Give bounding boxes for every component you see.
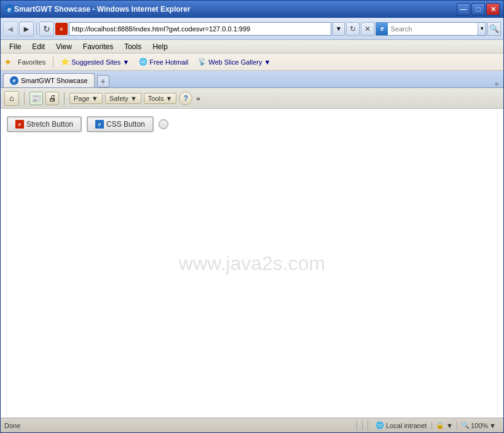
new-tab-button[interactable]: + xyxy=(97,75,109,87)
search-go-button[interactable]: 🔍 xyxy=(487,22,501,36)
security-icon: 🔒 xyxy=(436,421,444,429)
window-title: SmartGWT Showcase - Windows Internet Exp… xyxy=(14,5,457,14)
stretch-button-icon: e xyxy=(15,120,24,129)
main-content: e Stretch Button e CSS Button www.java2s… xyxy=(1,109,503,418)
search-dropdown[interactable]: ▼ xyxy=(478,23,486,35)
safety-label: Safety ▼ xyxy=(109,95,137,102)
status-zoom[interactable]: 🔍 100% ▼ xyxy=(457,421,500,429)
zone-icon: 🌐 xyxy=(376,421,384,429)
address-bar-container: e ▼ xyxy=(55,22,345,36)
help-label: ? xyxy=(184,94,188,103)
maximize-button[interactable]: □ xyxy=(471,3,485,15)
menu-file[interactable]: File xyxy=(4,41,26,52)
status-sep-1 xyxy=(356,421,357,431)
toolbar-row: ⌂ 📰 🖨 Page ▼ Safety ▼ Tools ▼ ? » xyxy=(1,88,503,109)
home-icon: ⌂ xyxy=(9,93,14,103)
page-button[interactable]: Page ▼ xyxy=(69,93,103,104)
print-icon: 🖨 xyxy=(49,93,57,103)
fav-separator-1 xyxy=(53,57,53,68)
css-button-label: CSS Button xyxy=(106,120,145,129)
status-security[interactable]: 🔒 ▼ xyxy=(431,421,457,429)
ie-logo-title: e xyxy=(4,4,14,14)
rss-icon: 📰 xyxy=(31,93,41,103)
close-button[interactable]: ✕ xyxy=(486,3,500,15)
menu-edit[interactable]: Edit xyxy=(27,41,50,52)
status-right: 🌐 Local intranet 🔒 ▼ 🔍 100% ▼ xyxy=(354,421,500,431)
stretch-button[interactable]: e Stretch Button xyxy=(7,116,82,132)
safety-button[interactable]: Safety ▼ xyxy=(105,93,141,104)
window-controls: — □ ✕ xyxy=(457,3,500,15)
live-search-icon: e xyxy=(380,25,384,32)
tab-favicon: e xyxy=(10,76,18,85)
tab-bar: e SmartGWT Showcase + » xyxy=(1,71,503,88)
search-provider-icon: e xyxy=(376,23,388,35)
menu-tools[interactable]: Tools xyxy=(119,41,146,52)
help-button[interactable]: ? xyxy=(179,92,192,105)
home-button[interactable]: ⌂ xyxy=(4,91,19,106)
zoom-label: 100% xyxy=(471,422,488,429)
suggested-sites-icon: ⭐ xyxy=(61,58,69,66)
active-tab[interactable]: e SmartGWT Showcase xyxy=(3,73,95,87)
radio-button[interactable] xyxy=(159,119,168,129)
status-zone: 🌐 Local intranet xyxy=(371,421,431,429)
favorites-bar: ★ Favorites ⭐ Suggested Sites ▼ 🌐 Free H… xyxy=(1,54,503,71)
watermark: www.java2s.com xyxy=(179,252,325,275)
browser-window: e SmartGWT Showcase - Windows Internet E… xyxy=(0,0,504,433)
security-dropdown: ▼ xyxy=(446,422,453,429)
suggested-sites-label: Suggested Sites ▼ xyxy=(71,58,129,66)
search-box: e ▼ xyxy=(376,22,486,36)
zoom-icon: 🔍 xyxy=(461,421,470,429)
toolbar-more-button[interactable]: » xyxy=(196,95,200,102)
nav-separator-1 xyxy=(36,23,37,35)
nav-actions: ↻ ✕ xyxy=(346,22,374,36)
status-bar: Done 🌐 Local intranet 🔒 ▼ 🔍 100% ▼ xyxy=(1,418,503,432)
tools-label: Tools ▼ xyxy=(148,95,173,102)
menu-bar: File Edit View Favorites Tools Help xyxy=(1,40,503,54)
forward-button[interactable]: ► xyxy=(19,22,34,36)
web-slice-icon: 📡 xyxy=(198,58,207,66)
free-hotmail-link[interactable]: 🌐 Free Hotmail xyxy=(135,57,192,67)
address-icon: e xyxy=(55,23,68,35)
minimize-button[interactable]: — xyxy=(457,3,470,15)
refresh-nav-button[interactable]: ↻ xyxy=(346,22,360,36)
address-input[interactable] xyxy=(69,22,331,36)
favorites-star-icon: ★ xyxy=(4,57,12,66)
favorites-label[interactable]: Favorites xyxy=(14,57,49,67)
web-slice-gallery-label: Web Slice Gallery ▼ xyxy=(208,58,270,66)
refresh-button[interactable]: ↻ xyxy=(39,22,54,36)
content-buttons: e Stretch Button e CSS Button xyxy=(1,109,503,140)
back-button[interactable]: ◄ xyxy=(3,22,18,36)
rss-button[interactable]: 📰 xyxy=(30,92,43,105)
search-go-icon: 🔍 xyxy=(489,24,499,33)
suggested-sites-link[interactable]: ⭐ Suggested Sites ▼ xyxy=(57,57,133,67)
content-area: e Stretch Button e CSS Button www.java2s… xyxy=(1,109,503,418)
stop-button[interactable]: ✕ xyxy=(361,22,374,36)
search-input[interactable] xyxy=(388,25,478,33)
go-button[interactable]: ▼ xyxy=(333,22,345,36)
web-slice-gallery-link[interactable]: 📡 Web Slice Gallery ▼ xyxy=(194,57,274,67)
stretch-button-label: Stretch Button xyxy=(26,120,73,129)
menu-favorites[interactable]: Favorites xyxy=(78,41,118,52)
zoom-dropdown: ▼ xyxy=(489,422,496,429)
print-button[interactable]: 🖨 xyxy=(45,92,59,105)
zone-label: Local intranet xyxy=(386,422,427,429)
css-button[interactable]: e CSS Button xyxy=(87,116,154,132)
toolbar-separator-2 xyxy=(64,92,65,105)
menu-view[interactable]: View xyxy=(51,41,77,52)
hotmail-icon: 🌐 xyxy=(139,58,148,66)
favicon: e xyxy=(60,26,63,32)
menu-help[interactable]: Help xyxy=(148,41,173,52)
title-bar: e SmartGWT Showcase - Windows Internet E… xyxy=(1,1,503,18)
status-sep-2 xyxy=(362,421,363,431)
css-button-icon: e xyxy=(95,120,104,129)
tools-button[interactable]: Tools ▼ xyxy=(144,93,177,104)
nav-bar: ◄ ► ↻ e ▼ ↻ ✕ e ▼ 🔍 xyxy=(1,18,503,40)
status-sep-3 xyxy=(368,421,368,431)
status-text: Done xyxy=(4,422,354,429)
toolbar-separator-1 xyxy=(24,92,25,105)
page-label: Page ▼ xyxy=(74,95,98,102)
free-hotmail-label: Free Hotmail xyxy=(149,58,188,66)
tab-label: SmartGWT Showcase xyxy=(21,77,88,84)
tab-list-button[interactable]: » xyxy=(492,80,501,87)
